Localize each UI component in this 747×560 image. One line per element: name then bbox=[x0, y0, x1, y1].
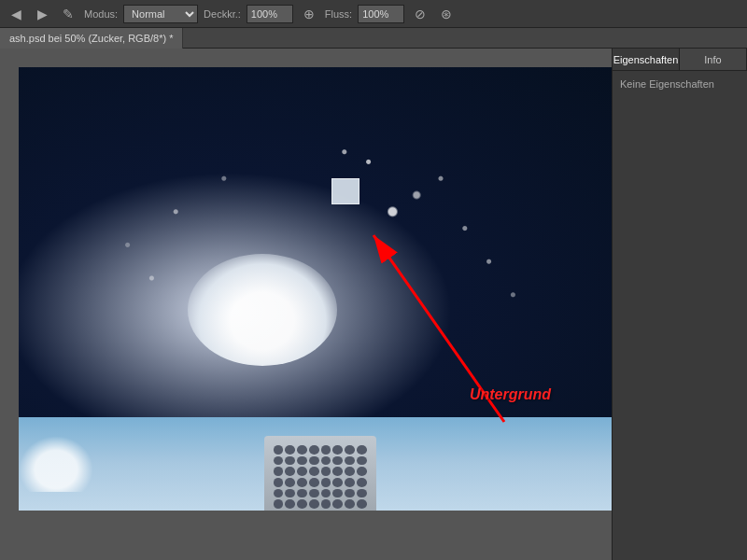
modus-label: Modus: bbox=[84, 8, 118, 20]
back-icon[interactable]: ◀ bbox=[6, 4, 26, 24]
stylus-icon[interactable]: ⊛ bbox=[436, 4, 457, 24]
right-panel: Eigenschaften Info Keine Eigenschaften bbox=[612, 49, 747, 560]
tab-info[interactable]: Info bbox=[680, 49, 747, 70]
fluss-input[interactable] bbox=[358, 5, 404, 23]
deckr-label: Deckkr.: bbox=[204, 8, 241, 20]
tablet-pressure-icon[interactable]: ⊘ bbox=[410, 4, 430, 24]
main-area: Untergrund Eigenschaften Info Keine Eige… bbox=[0, 49, 747, 560]
sugar-pile bbox=[188, 254, 337, 366]
cloud bbox=[19, 436, 93, 492]
modus-select[interactable]: Normal bbox=[123, 5, 198, 23]
grater-holes bbox=[274, 445, 367, 511]
tab-eigenschaften[interactable]: Eigenschaften bbox=[613, 49, 680, 70]
panel-tabs: Eigenschaften Info bbox=[613, 49, 747, 71]
sugar-cube bbox=[331, 178, 359, 204]
doc-tab-bar: ash.psd bei 50% (Zucker, RGB/8*) * bbox=[0, 28, 747, 49]
panel-content: Keine Eigenschaften bbox=[613, 71, 747, 97]
brush-tool-icon[interactable]: ✎ bbox=[58, 4, 78, 24]
canvas-area[interactable]: Untergrund bbox=[0, 49, 612, 560]
grater bbox=[264, 436, 376, 511]
deckr-input[interactable] bbox=[247, 5, 293, 23]
canvas-image: Untergrund bbox=[19, 67, 612, 511]
toolbar: ◀ ▶ ✎ Modus: Normal Deckkr.: ⊕ Fluss: ⊘ … bbox=[0, 0, 747, 28]
untergrund-annotation: Untergrund bbox=[470, 386, 551, 403]
canvas-wrapper: Untergrund bbox=[19, 67, 612, 511]
fluss-label: Fluss: bbox=[325, 8, 352, 20]
forward-icon[interactable]: ▶ bbox=[32, 4, 52, 24]
document-tab[interactable]: ash.psd bei 50% (Zucker, RGB/8*) * bbox=[0, 28, 183, 49]
airbrush-icon[interactable]: ⊕ bbox=[299, 4, 319, 24]
